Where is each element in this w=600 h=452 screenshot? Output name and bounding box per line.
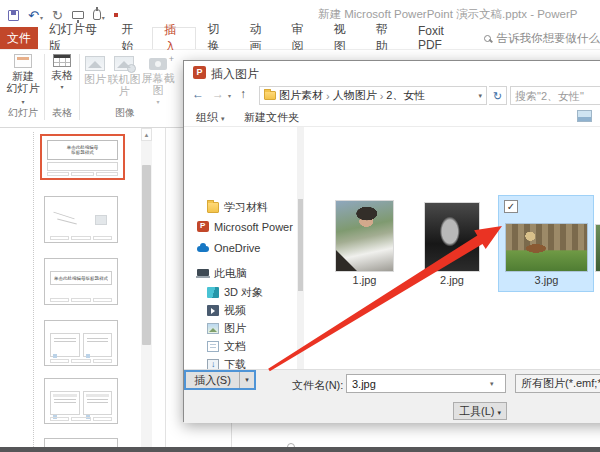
powerpoint-window: ↶▾ ↻ ▾ 新建 Microsoft PowerPoint 演示文稿.pptx…: [0, 0, 600, 452]
ribbon-tab[interactable]: Foxit PDF: [407, 27, 474, 49]
breadcrumb-separator-icon: ›: [326, 90, 330, 102]
file-name-label: 3.jpg: [535, 274, 559, 286]
ribbon-tab[interactable]: 幻灯片母版: [38, 27, 110, 49]
table-icon: [53, 54, 71, 67]
sidebar-item-label: 学习材料: [224, 200, 268, 215]
view-options-icon[interactable]: [577, 110, 592, 122]
search-icon: [484, 35, 491, 42]
slide-thumbnail[interactable]: 单击此处编辑母版标题样式: [44, 258, 118, 305]
scrollbar-thumb[interactable]: [298, 199, 303, 291]
insert-dropdown[interactable]: ▾: [239, 372, 254, 388]
sidebar-item[interactable]: 文档: [186, 338, 301, 355]
slide-thumbnails-panel: 单击此处编辑母版标题样式单击此处编辑母版标题样式单击此处编辑母版标题样式单击此处…: [0, 128, 165, 447]
group-divider: [79, 54, 80, 120]
group-label-tables: 表格: [47, 106, 77, 120]
chevron-down-icon[interactable]: ▾: [228, 92, 231, 99]
slide-thumbnail[interactable]: 单击此处编辑母版标题样式: [44, 378, 118, 424]
back-icon[interactable]: ←: [192, 87, 204, 101]
save-icon[interactable]: [8, 10, 19, 21]
chevron-down-icon[interactable]: ▾: [478, 92, 486, 100]
redo-icon[interactable]: ↻: [52, 9, 63, 22]
scroll-up-icon[interactable]: ▲: [141, 128, 152, 141]
breadcrumb-segment[interactable]: 人物图片: [333, 88, 377, 103]
insert-button[interactable]: 插入(S) ▾: [184, 370, 256, 390]
sidebar-item-label: 此电脑: [214, 266, 247, 281]
forward-icon[interactable]: →: [212, 87, 224, 101]
sidebar-item-label: 视频: [224, 303, 246, 318]
file-thumbnail[interactable]: [336, 201, 393, 271]
computer-icon: [197, 269, 209, 280]
breadcrumb[interactable]: 图片素材›人物图片›2、女性 ▾: [259, 86, 487, 105]
new-slide-button[interactable]: 新建 幻灯片 ▾: [4, 54, 42, 108]
ribbon-tab-row: 文件 幻灯片母版开始插入切换动画审阅视图帮助Foxit PDF 告诉我你想要做什…: [0, 27, 600, 50]
sidebar-item[interactable]: 图片: [186, 320, 301, 337]
folder-icon: [264, 91, 276, 100]
sidebar-item[interactable]: 3D 对象: [186, 284, 301, 301]
sidebar-scrollbar[interactable]: [297, 127, 304, 369]
sidebar-item[interactable]: 此电脑: [186, 265, 301, 282]
undo-button[interactable]: ↶▾: [28, 6, 43, 24]
online-picture-button[interactable]: 联机图片: [107, 56, 141, 97]
slide-thumbnail[interactable]: 单击此处编辑母版标题样式: [40, 134, 125, 180]
chevron-down-icon: ▾: [21, 99, 24, 105]
table-button[interactable]: 表格 ▾: [47, 54, 77, 93]
sidebar-item-label: Microsoft Power: [214, 221, 293, 233]
filetype-select[interactable]: 所有图片(*.emf;*.wm: [515, 374, 600, 393]
panel-scrollbar[interactable]: ▲: [141, 128, 152, 447]
undo-icon: ↶: [28, 8, 39, 23]
breadcrumb-segment[interactable]: 2、女性: [386, 88, 425, 103]
scrollbar-thumb[interactable]: [142, 165, 151, 345]
up-icon[interactable]: ↑: [240, 87, 246, 101]
file-thumbnail[interactable]: [506, 224, 587, 271]
slide-thumbnail[interactable]: 单击此处编辑母版标题样式: [44, 196, 118, 243]
slide-thumbnail[interactable]: 单击此处编辑母版标题样式: [44, 320, 118, 366]
organize-button[interactable]: 组织 ▾: [196, 110, 225, 125]
tab-file[interactable]: 文件: [0, 27, 38, 49]
chevron-down-icon: ▾: [245, 376, 249, 383]
ribbon-tab[interactable]: 切换: [196, 27, 238, 49]
refresh-icon[interactable]: ↻: [489, 86, 507, 105]
video-icon: [207, 305, 219, 316]
sidebar-item[interactable]: 视频: [186, 302, 301, 319]
ribbon-tab[interactable]: 审阅: [281, 27, 323, 49]
new-folder-button[interactable]: 新建文件夹: [244, 110, 299, 125]
folder-icon: [207, 202, 219, 213]
online-picture-icon: [114, 56, 134, 71]
insert-button-label[interactable]: 插入(S): [186, 372, 239, 388]
ribbon-tab[interactable]: 动画: [239, 27, 281, 49]
ribbon-tab[interactable]: 帮助: [365, 27, 407, 49]
ribbon-tab[interactable]: 开始: [110, 27, 152, 49]
screenshot-button[interactable]: 屏幕截图 ▾: [141, 58, 175, 108]
picture-icon: [85, 56, 105, 71]
filename-input[interactable]: [346, 374, 506, 393]
dialog-titlebar[interactable]: P 插入图片: [184, 61, 600, 85]
dialog-nav-row: ← → ▾ ↑ 图片素材›人物图片›2、女性 ▾ ↻: [184, 85, 600, 107]
onedrive-icon: [197, 242, 209, 253]
chevron-down-icon[interactable]: ▾: [490, 380, 494, 388]
picture-button[interactable]: 图片: [83, 56, 107, 85]
group-label-images: 图像: [108, 106, 142, 120]
sidebar-item[interactable]: Microsoft Power: [186, 218, 301, 235]
dialog-body: 学习材料Microsoft PowerOneDrive此电脑3D 对象视频图片文…: [184, 127, 600, 369]
breadcrumb-segment[interactable]: 图片素材: [279, 88, 323, 103]
ribbon-tab[interactable]: 视图: [323, 27, 365, 49]
file-thumbnail[interactable]: [425, 203, 479, 271]
customize-qat-icon[interactable]: [114, 13, 118, 17]
file-thumbnail-partial[interactable]: [596, 225, 600, 271]
search-input[interactable]: [510, 86, 600, 105]
tell-me-box[interactable]: 告诉我你想要做什么: [484, 27, 600, 49]
powerpoint-icon: [197, 221, 209, 232]
ribbon-tab[interactable]: 插入: [152, 27, 196, 49]
slideshow-icon[interactable]: [72, 11, 84, 19]
tools-button[interactable]: 工具(L) ▾: [453, 402, 507, 420]
breadcrumb-separator-icon: ›: [380, 90, 384, 102]
touch-mode-icon: [93, 9, 101, 20]
file-checkbox[interactable]: [504, 200, 518, 213]
sidebar-item[interactable]: OneDrive: [186, 239, 301, 256]
status-bar: [0, 447, 600, 452]
insert-picture-dialog: P 插入图片 ← → ▾ ↑ 图片素材›人物图片›2、女性 ▾ ↻ 组织 ▾ 新…: [183, 60, 600, 422]
tell-me-label: 告诉我你想要做什么: [497, 31, 600, 46]
document-icon: [207, 341, 219, 352]
pictures-icon: [207, 323, 219, 334]
sidebar-item[interactable]: 学习材料: [186, 199, 301, 216]
